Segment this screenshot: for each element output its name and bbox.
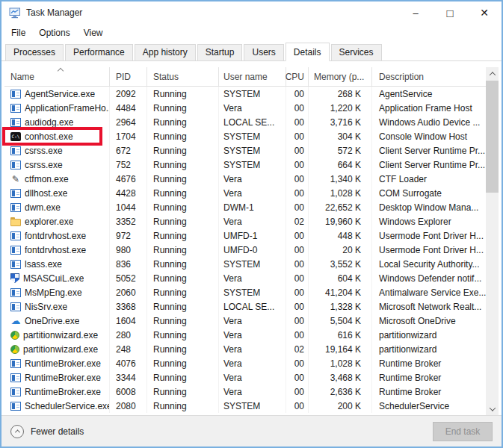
tab-app-history[interactable]: App history — [135, 44, 196, 60]
process-row[interactable]: fontdrvhost.exe 972 Running UMFD-1 00 44… — [4, 228, 486, 243]
column-header-status[interactable]: Status — [147, 67, 219, 86]
vertical-scrollbar[interactable] — [486, 67, 499, 415]
process-name: dllhost.exe — [25, 188, 67, 199]
process-user-name: Vera — [219, 172, 286, 186]
column-header-name[interactable]: Name — [4, 67, 110, 86]
process-cpu: 00 — [286, 314, 309, 328]
process-row[interactable]: audiodg.exe 2964 Running LOCAL SE... 00 … — [4, 115, 486, 129]
process-name-cell: RuntimeBroker.exe — [4, 370, 110, 385]
table-header-row: Name PID Status User name CPU Memory (p.… — [4, 67, 499, 87]
menu-options[interactable]: Options — [32, 25, 76, 40]
process-name: fontdrvhost.exe — [25, 245, 86, 255]
scrollbar-thumb[interactable] — [486, 81, 499, 193]
process-status: Running — [147, 87, 219, 101]
process-row[interactable]: ☁ OneDrive.exe 1604 Running Vera 00 5,50… — [4, 314, 486, 328]
process-name-cell: dllhost.exe — [4, 186, 110, 200]
process-name-cell: NisSrv.exe — [4, 299, 110, 314]
process-description: Client Server Runtime Pr... — [372, 158, 486, 172]
tab-users[interactable]: Users — [244, 44, 283, 60]
process-row[interactable]: dwm.exe 1044 Running DWM-1 00 22,652 K D… — [4, 200, 486, 214]
process-pid: 836 — [110, 257, 147, 271]
tab-services[interactable]: Services — [331, 44, 382, 60]
process-user-name: SYSTEM — [219, 129, 286, 143]
process-cpu: 00 — [286, 399, 309, 413]
process-cpu: 00 — [286, 129, 309, 143]
process-row[interactable]: dllhost.exe 4428 Running Vera 00 1,028 K… — [4, 186, 486, 200]
process-name-cell: MsMpEng.exe — [4, 285, 110, 299]
process-row[interactable]: SchedulerService.exe 2080 Running SYSTEM… — [4, 399, 486, 413]
process-row[interactable]: RuntimeBroker.exe 4076 Running Vera 00 1… — [4, 356, 486, 370]
process-row[interactable]: MSASCuiL.exe 5052 Running Vera 00 604 K … — [4, 271, 486, 285]
column-header-memory[interactable]: Memory (p... — [309, 67, 372, 86]
process-row[interactable]: RuntimeBroker.exe 3344 Running Vera 00 3… — [4, 370, 486, 385]
process-user-name: SYSTEM — [219, 285, 286, 299]
process-row[interactable]: fontdrvhost.exe 980 Running UMFD-0 00 20… — [4, 243, 486, 257]
process-pid: 4428 — [110, 186, 147, 200]
process-pid: 4484 — [110, 101, 147, 115]
process-row[interactable]: NisSrv.exe 3368 Running LOCAL SE... 00 1… — [4, 299, 486, 314]
app-icon — [10, 118, 21, 127]
menu-file[interactable]: File — [4, 25, 32, 40]
process-row[interactable]: lsass.exe 836 Running SYSTEM 00 3,552 K … — [4, 257, 486, 271]
process-row[interactable]: explorer.exe 3352 Running Vera 02 19,960… — [4, 214, 486, 228]
process-name: RuntimeBroker.exe — [25, 387, 101, 397]
process-pid: 280 — [110, 328, 147, 342]
console-icon: C:\ — [10, 132, 21, 141]
process-user-name: Vera — [219, 314, 286, 328]
process-row[interactable]: AgentService.exe 2092 Running SYSTEM 00 … — [4, 87, 486, 101]
process-pid: 752 — [110, 158, 147, 172]
scroll-down-button[interactable] — [486, 402, 499, 415]
process-row[interactable]: RuntimeBroker.exe 6008 Running Vera 00 2… — [4, 385, 486, 399]
process-user-name: Vera — [219, 342, 286, 356]
menu-view[interactable]: View — [77, 25, 110, 40]
tab-processes[interactable]: Processes — [5, 44, 64, 60]
process-description: Local Security Authority... — [372, 257, 486, 271]
process-user-name: Vera — [219, 186, 286, 200]
app-icon — [10, 246, 21, 255]
process-name: MsMpEng.exe — [25, 287, 82, 298]
process-description: Console Window Host — [372, 129, 486, 143]
process-status: Running — [147, 172, 219, 186]
process-name: csrss.exe — [25, 146, 63, 156]
process-row[interactable]: partitionwizard.exe 248 Running Vera 02 … — [4, 342, 486, 356]
process-description: Usermode Font Driver H... — [372, 243, 486, 257]
maximize-button[interactable]: □ — [433, 1, 467, 24]
tab-details[interactable]: Details — [286, 43, 330, 61]
process-row[interactable]: csrss.exe 752 Running SYSTEM 00 664 K Cl… — [4, 158, 486, 172]
process-row[interactable]: ✎ ctfmon.exe 4676 Running Vera 00 1,340 … — [4, 172, 486, 186]
process-name-cell: ✎ ctfmon.exe — [4, 172, 110, 186]
process-pid: 4076 — [110, 356, 147, 370]
scroll-up-button[interactable] — [486, 67, 499, 80]
column-header-user-name[interactable]: User name — [219, 67, 286, 86]
process-memory: 22,652 K — [309, 200, 372, 214]
process-row[interactable]: partitionwizard.exe 280 Running Vera 00 … — [4, 328, 486, 342]
process-status: Running — [147, 214, 219, 228]
process-description: Usermode Font Driver H... — [372, 228, 486, 243]
process-row[interactable]: ApplicationFrameHo... 4484 Running Vera … — [4, 101, 486, 115]
title-bar[interactable]: Task Manager – □ ✕ — [1, 1, 502, 24]
process-row[interactable]: MsMpEng.exe 2060 Running SYSTEM 00 41,20… — [4, 285, 486, 299]
process-memory: 1,328 K — [309, 299, 372, 314]
chevron-up-icon — [489, 72, 495, 78]
fewer-details-toggle[interactable]: Fewer details — [10, 425, 84, 438]
column-header-cpu[interactable]: CPU — [286, 67, 309, 86]
process-cpu: 00 — [286, 257, 309, 271]
tab-performance[interactable]: Performance — [65, 44, 133, 60]
process-name: RuntimeBroker.exe — [25, 373, 101, 383]
process-cpu: 00 — [286, 186, 309, 200]
process-row[interactable]: csrss.exe 672 Running SYSTEM 00 572 K Cl… — [4, 143, 486, 158]
column-header-pid[interactable]: PID — [110, 67, 147, 86]
shield-icon — [10, 273, 19, 283]
process-name: partitionwizard.exe — [23, 344, 98, 355]
process-pid: 972 — [110, 228, 147, 243]
process-name-cell: audiodg.exe — [4, 115, 110, 129]
process-pid: 2964 — [110, 115, 147, 129]
end-task-button[interactable]: End task — [433, 422, 493, 441]
process-description: Microsoft Network Realt... — [372, 299, 486, 314]
column-header-description[interactable]: Description — [372, 67, 486, 86]
minimize-button[interactable]: – — [398, 1, 433, 24]
process-row[interactable]: C:\ conhost.exe 1704 Running SYSTEM 00 3… — [4, 129, 486, 143]
close-button[interactable]: ✕ — [467, 1, 502, 24]
process-description: Runtime Broker — [372, 356, 486, 370]
tab-startup[interactable]: Startup — [197, 44, 243, 60]
